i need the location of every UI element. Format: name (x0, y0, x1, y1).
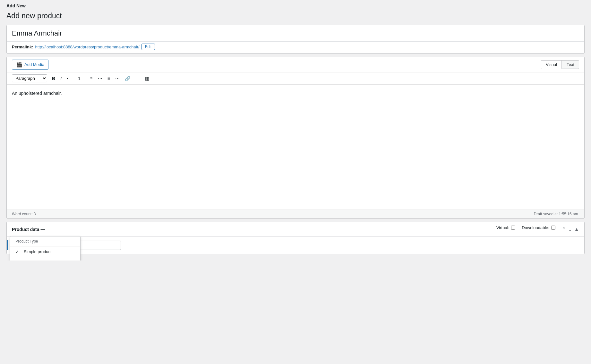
bold-button[interactable]: B (50, 75, 57, 82)
dropdown-header: Product Type (10, 236, 80, 246)
editor-box: 🎬 Add Media Visual Text Paragraph Headin… (6, 57, 585, 219)
product-data-title: Product data — (12, 227, 45, 232)
virtual-text: Virtual: (496, 225, 509, 230)
toggle-button[interactable]: ▲ (574, 227, 579, 232)
dropdown-label-simple: Simple product (24, 249, 52, 254)
virtual-label[interactable]: Virtual: (496, 225, 515, 230)
collapse-down-button[interactable]: ⌄ (568, 226, 572, 232)
dropdown-label-grouped: Grouped product (24, 260, 55, 261)
page-title: Add new product (6, 10, 585, 20)
page-header: Add New (0, 0, 591, 10)
title-box: Permalink: http://localhost:8888/wordpre… (6, 25, 585, 54)
checkmark-simple: ✓ (15, 249, 21, 254)
editor-footer: Word count: 3 Draft saved at 1:55:16 am. (7, 210, 584, 218)
editor-content-area[interactable]: An upholstered armchair. (7, 85, 584, 210)
permalink-label: Permalink: (12, 45, 33, 49)
product-type-dropdown: Product Type ✓ Simple product Grouped pr… (10, 236, 81, 261)
align-left-button[interactable]: ⋯ (96, 75, 105, 82)
table-button[interactable]: ▦ (143, 75, 151, 82)
virtual-checkbox[interactable] (511, 226, 515, 230)
more-button[interactable]: ― (133, 75, 142, 82)
dropdown-item-simple[interactable]: ✓ Simple product (10, 246, 80, 257)
permalink-row: Permalink: http://localhost:8888/wordpre… (7, 42, 584, 53)
main-content: Add new product Permalink: http://localh… (0, 10, 591, 261)
tab-text[interactable]: Text (562, 60, 579, 69)
link-button[interactable]: 🔗 (123, 75, 133, 82)
unordered-list-button[interactable]: •— (64, 75, 75, 82)
product-data-main (52, 237, 584, 254)
visual-text-tabs: Visual Text (541, 60, 579, 69)
permalink-link[interactable]: http://localhost:8888/wordpress/product/… (35, 45, 139, 49)
add-media-label: Add Media (24, 62, 44, 67)
product-data-header: Product data — Product Type ✓ Simple pro… (7, 222, 584, 237)
editor-content: An upholstered armchair. (12, 90, 579, 97)
ordered-list-button[interactable]: 1— (76, 75, 87, 82)
breadcrumb: Add New (6, 3, 585, 8)
product-data-controls: ⌃ ⌄ ▲ (562, 226, 579, 232)
editor-toolbar-top: 🎬 Add Media Visual Text (7, 57, 584, 72)
format-select[interactable]: Paragraph Heading 1 Heading 2 Heading 3 … (12, 74, 47, 82)
downloadable-label[interactable]: Downloadable: (522, 225, 555, 230)
add-media-icon: 🎬 (16, 62, 22, 68)
downloadable-checkbox[interactable] (551, 226, 555, 230)
word-count: Word count: 3 (12, 212, 36, 216)
format-toolbar: Paragraph Heading 1 Heading 2 Heading 3 … (7, 72, 584, 85)
tab-visual[interactable]: Visual (541, 60, 562, 69)
align-center-button[interactable]: ≡ (105, 75, 112, 82)
add-media-button[interactable]: 🎬 Add Media (12, 60, 48, 70)
blockquote-button[interactable]: ❝ (88, 75, 95, 82)
product-data-box: Product data — Product Type ✓ Simple pro… (6, 222, 585, 254)
product-title-input[interactable] (7, 25, 584, 42)
product-data-content: ⚙ General (7, 237, 584, 254)
align-right-button[interactable]: ⋯ (113, 75, 122, 82)
draft-saved: Draft saved at 1:55:16 am. (534, 212, 579, 216)
dropdown-item-grouped[interactable]: Grouped product (10, 257, 80, 261)
collapse-up-button[interactable]: ⌃ (562, 226, 566, 232)
virtual-downloadable-row: Virtual: Downloadable: (496, 225, 555, 230)
downloadable-text: Downloadable: (522, 225, 549, 230)
permalink-edit-button[interactable]: Edit (141, 44, 155, 50)
italic-button[interactable]: I (58, 75, 64, 82)
